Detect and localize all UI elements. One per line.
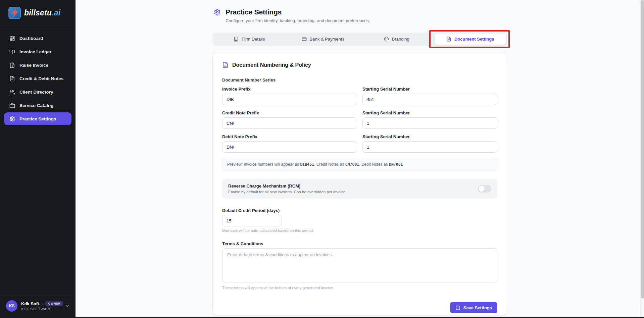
rcm-title: Reverse Charge Mechanism (RCM) (228, 183, 346, 189)
tab-label: Document Settings (454, 37, 494, 42)
users-icon (9, 89, 15, 95)
palette-icon (384, 37, 389, 42)
sidebar-item-label: Invoice Ledger (19, 49, 51, 54)
settings-tabbar: Firm Details Bank & Payments Branding Do… (212, 33, 507, 46)
sidebar-item-label: Service Catalog (19, 103, 53, 108)
page-header: Practice Settings Configure your firm id… (212, 0, 507, 23)
window-bottom-edge (0, 317, 644, 318)
sidebar-item-credit-debit-notes[interactable]: Credit & Debit Notes (4, 72, 71, 85)
file-text-icon (222, 62, 229, 68)
user-name: Kdk Soft... (21, 301, 43, 306)
owner-badge: OWNER (45, 301, 63, 306)
section-title: Document Numbering & Policy (232, 62, 311, 68)
chevron-down-icon[interactable] (65, 303, 70, 309)
preview-text: , Debit Notes as (359, 162, 389, 167)
briefcase-icon (9, 103, 15, 108)
avatar: KS (6, 300, 17, 312)
debit-serial-input[interactable] (362, 141, 497, 153)
preview-text: , Credit Notes as (314, 162, 345, 167)
tab-label: Bank & Payments (310, 37, 344, 42)
save-icon (455, 305, 460, 310)
scrollbar-thumb[interactable] (641, 0, 644, 299)
sidebar-item-label: Raise Invoice (19, 63, 48, 68)
vertical-scrollbar[interactable] (640, 0, 644, 318)
user-menu[interactable]: KS Kdk Soft... OWNER KDK SOFTWARE (0, 296, 76, 317)
debit-prefix-input[interactable] (222, 141, 357, 153)
document-settings-card: Document Numbering & Policy Document Num… (212, 53, 507, 315)
invoice-prefix-label: Invoice Prefix (222, 87, 357, 92)
page-title: Practice Settings (226, 8, 282, 16)
sidebar-item-invoice-ledger[interactable]: Invoice Ledger (4, 45, 71, 58)
debit-prefix-label: Debit Note Prefix (222, 134, 357, 139)
file-plus-icon (9, 62, 15, 68)
gear-icon (9, 116, 15, 122)
credit-card-icon (302, 37, 307, 42)
sidebar: billsetu.ai Dashboard Invoice Ledger Rai… (0, 0, 76, 317)
settings-gear-icon (214, 9, 221, 16)
preview-text: Preview: Invoice numbers will appear as (227, 162, 300, 167)
toggle-knob (479, 186, 485, 192)
rcm-panel: Reverse Charge Mechanism (RCM) Enable by… (222, 179, 497, 199)
credit-period-helper: Due date will be auto-calculated based o… (222, 228, 497, 232)
sidebar-item-practice-settings[interactable]: Practice Settings (4, 112, 71, 125)
debit-serial-label: Starting Serial Number (362, 134, 497, 139)
tab-label: Branding (392, 37, 409, 42)
terms-textarea[interactable] (222, 248, 497, 282)
series-label: Document Number Series (222, 77, 497, 83)
terms-label: Terms & Conditions (222, 241, 497, 246)
terms-helper: These terms will appear at the bottom of… (222, 286, 497, 290)
dashboard-icon (9, 36, 15, 41)
save-button-label: Save Settings (463, 305, 492, 310)
tab-branding[interactable]: Branding (360, 33, 434, 46)
rcm-description: Enable by default for all new invoices. … (228, 190, 346, 194)
sidebar-item-label: Client Directory (19, 90, 53, 95)
tab-document-settings[interactable]: Document Settings (435, 34, 506, 45)
brand-logo: billsetu.ai (0, 0, 76, 26)
credit-serial-input[interactable] (362, 117, 497, 129)
sidebar-item-raise-invoice[interactable]: Raise Invoice (4, 59, 71, 71)
file-text-icon (9, 76, 15, 82)
credit-prefix-label: Credit Note Prefix (222, 110, 357, 115)
invoice-prefix-input[interactable] (222, 94, 357, 105)
user-org: KDK SOFTWARE (21, 307, 61, 311)
preview-credit-code: CN/001 (345, 162, 359, 167)
user-meta: Kdk Soft... OWNER KDK SOFTWARE (21, 301, 61, 311)
page-subtitle: Configure your firm identity, banking, b… (226, 18, 507, 23)
save-settings-button[interactable]: Save Settings (450, 302, 497, 313)
tab-label: Firm Details (242, 37, 265, 42)
tab-bank-payments[interactable]: Bank & Payments (286, 33, 360, 46)
credit-period-input[interactable] (222, 215, 282, 226)
brand-name: billsetu.ai (24, 8, 60, 17)
main-area: Practice Settings Configure your firm id… (76, 0, 644, 318)
building-icon (234, 37, 239, 42)
sidebar-item-label: Credit & Debit Notes (19, 76, 63, 81)
tab-firm-details[interactable]: Firm Details (212, 33, 286, 46)
preview-debit-code: DN/001 (389, 162, 403, 167)
sidebar-item-service-catalog[interactable]: Service Catalog (4, 99, 71, 112)
book-open-icon (9, 49, 15, 55)
brand-logo-icon (8, 7, 21, 19)
invoice-serial-input[interactable] (362, 94, 497, 105)
rcm-toggle[interactable] (478, 185, 491, 193)
sidebar-item-dashboard[interactable]: Dashboard (4, 32, 71, 45)
file-icon (446, 37, 451, 42)
sidebar-nav: Dashboard Invoice Ledger Raise Invoice C… (0, 26, 76, 125)
preview-invoice-code: DIB451 (300, 162, 314, 167)
credit-serial-label: Starting Serial Number (362, 110, 497, 115)
credit-prefix-input[interactable] (222, 117, 357, 129)
sidebar-item-label: Dashboard (19, 36, 43, 41)
sidebar-item-label: Practice Settings (19, 116, 56, 121)
credit-period-label: Default Credit Period (days) (222, 208, 497, 213)
sidebar-item-client-directory[interactable]: Client Directory (4, 86, 71, 98)
invoice-serial-label: Starting Serial Number (362, 87, 497, 92)
numbering-preview: Preview: Invoice numbers will appear as … (222, 158, 497, 171)
